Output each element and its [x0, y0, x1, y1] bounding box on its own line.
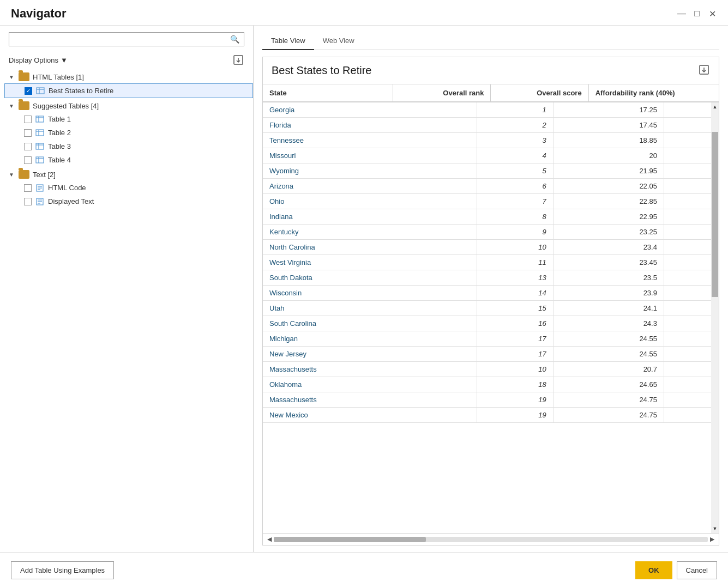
cell-state: South Carolina [263, 316, 477, 331]
cell-state: Indiana [263, 209, 477, 225]
scroll-up-arrow[interactable]: ▲ [711, 102, 719, 111]
table-row: Massachusetts1020.7 [263, 362, 711, 377]
minimize-button[interactable]: — [677, 9, 687, 19]
cell-score: 24.75 [553, 408, 664, 423]
table-row: Indiana822.95 [263, 209, 711, 225]
cell-rank: 7 [477, 194, 553, 209]
display-options-arrow: ▼ [61, 56, 68, 64]
search-input[interactable] [14, 35, 230, 44]
cell-score: 23.4 [553, 240, 664, 255]
h-scroll-thumb[interactable] [274, 537, 426, 542]
tree-item-table2[interactable]: Table 2 [4, 126, 253, 140]
tree-item-label-table4: Table 4 [48, 156, 71, 164]
tree-item-displayed-text[interactable]: Displayed Text [4, 195, 253, 208]
tab-table-view[interactable]: Table View [262, 32, 314, 50]
checkbox-displayed-text[interactable] [24, 198, 32, 205]
tree-group-suggested-tables: ▼ Suggested Tables [4] Table 1 [4, 99, 253, 167]
display-options-button[interactable]: Display Options ▼ [9, 56, 68, 64]
checkbox-table2[interactable] [24, 129, 32, 137]
tree-arrow-text: ▼ [9, 172, 15, 178]
cancel-button[interactable]: Cancel [677, 561, 717, 579]
cell-score: 24.1 [553, 301, 664, 316]
table-row: Ohio722.85 [263, 194, 711, 209]
cell-score: 20.7 [553, 362, 664, 377]
search-bar: 🔍 [9, 32, 244, 46]
bottom-bar: Add Table Using Examples OK Cancel [0, 552, 728, 588]
table-row: Wyoming521.95 [263, 163, 711, 179]
cell-rank: 2 [477, 118, 553, 133]
cell-rank: 10 [477, 362, 553, 377]
cell-affordability [664, 148, 711, 163]
scroll-track[interactable] [711, 111, 719, 524]
tree-group-header-html-tables[interactable]: ▼ HTML Tables [1] [4, 70, 253, 83]
checkbox-table3[interactable] [24, 143, 32, 150]
tree-group-label-html-tables: HTML Tables [1] [33, 73, 84, 81]
tree-group-text: ▼ Text [2] HTML Code [4, 168, 253, 208]
display-options-label: Display Options [9, 56, 58, 64]
cell-affordability [664, 163, 711, 179]
h-scroll-track[interactable] [274, 537, 708, 542]
text-icon-displayed-text [35, 198, 45, 205]
cell-score: 23.45 [553, 255, 664, 270]
table-scroll-area[interactable]: Georgia117.25Florida217.45Tennessee318.8… [263, 102, 719, 533]
cell-rank: 6 [477, 179, 553, 194]
cell-affordability [664, 331, 711, 347]
tree-item-label-best-states: Best States to Retire [49, 87, 113, 95]
cell-state: Missouri [263, 148, 477, 163]
table-row: West Virginia1123.45 [263, 255, 711, 270]
cell-affordability [664, 347, 711, 362]
checkbox-best-states[interactable]: ✓ [25, 87, 32, 95]
cell-score: 22.05 [553, 179, 664, 194]
cell-rank: 13 [477, 270, 553, 286]
ok-button[interactable]: OK [635, 561, 672, 579]
add-table-button[interactable]: Add Table Using Examples [11, 561, 114, 579]
table-row: Kentucky923.25 [263, 225, 711, 240]
tree-item-html-code[interactable]: HTML Code [4, 181, 253, 195]
search-icon: 🔍 [230, 35, 239, 44]
export-icon[interactable] [232, 54, 244, 66]
scroll-down-arrow[interactable]: ▼ [711, 524, 719, 533]
tree-group-header-suggested-tables[interactable]: ▼ Suggested Tables [4] [4, 99, 253, 112]
table-icon-table1 [35, 116, 45, 123]
cell-affordability [664, 102, 711, 118]
cell-rank: 11 [477, 255, 553, 270]
main-content: 🔍 Display Options ▼ ▼ [0, 26, 728, 552]
checkbox-table4[interactable] [24, 156, 32, 164]
checkbox-table1[interactable] [24, 116, 32, 123]
left-panel: 🔍 Display Options ▼ ▼ [0, 26, 254, 552]
tree-item-label-table2: Table 2 [48, 129, 71, 137]
tree-item-table1[interactable]: Table 1 [4, 112, 253, 126]
cell-affordability [664, 225, 711, 240]
h-scroll-left-arrow[interactable]: ◀ [267, 536, 272, 543]
cell-state: New Mexico [263, 408, 477, 423]
tree-item-label-displayed-text: Displayed Text [48, 197, 94, 205]
tree-item-label-table3: Table 3 [48, 142, 71, 150]
cell-state: Georgia [263, 102, 477, 118]
folder-icon-suggested-tables [19, 101, 29, 110]
tree-group-label-suggested-tables: Suggested Tables [4] [33, 102, 99, 110]
h-scroll-right-arrow[interactable]: ▶ [710, 536, 714, 543]
checkbox-html-code[interactable] [24, 184, 32, 192]
tab-web-view[interactable]: Web View [314, 32, 363, 50]
cell-state: Utah [263, 301, 477, 316]
tree-item-table4[interactable]: Table 4 [4, 153, 253, 167]
tree-group-header-text[interactable]: ▼ Text [2] [4, 168, 253, 181]
cell-affordability [664, 408, 711, 423]
tree-item-best-states[interactable]: ✓ Best States to Retire [4, 83, 253, 98]
table-container: State Overall rank Overall score Afforda… [263, 84, 719, 545]
window-controls: — □ ✕ [677, 9, 717, 19]
cell-affordability [664, 301, 711, 316]
cell-score: 22.95 [553, 209, 664, 225]
cell-affordability [664, 286, 711, 301]
col-header-rank: Overall rank [393, 84, 491, 102]
export-preview-icon[interactable] [698, 64, 710, 77]
maximize-button[interactable]: □ [692, 9, 702, 19]
cell-affordability [664, 194, 711, 209]
tree-item-table3[interactable]: Table 3 [4, 140, 253, 153]
scroll-thumb[interactable] [712, 132, 718, 297]
close-button[interactable]: ✕ [707, 9, 717, 19]
cell-score: 21.95 [553, 163, 664, 179]
svg-rect-5 [36, 116, 44, 122]
folder-icon-html-tables [19, 72, 29, 81]
preview-header: Best States to Retire [263, 57, 719, 84]
